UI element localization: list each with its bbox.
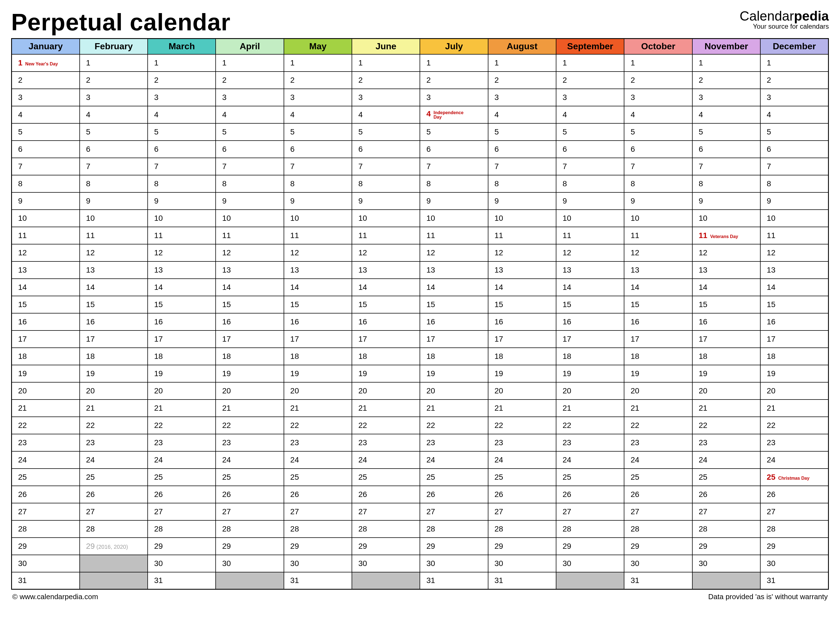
day-cell: 25: [556, 468, 624, 486]
day-number: 3: [154, 93, 158, 102]
day-cell: 25Christmas Day: [760, 468, 828, 486]
day-number: 15: [699, 300, 707, 309]
day-cell: 16: [352, 313, 420, 331]
day-cell: 11: [80, 227, 148, 244]
day-cell: 19: [488, 365, 556, 382]
day-cell: 22: [216, 417, 284, 434]
day-cell: 23: [284, 434, 352, 451]
day-cell: 4: [556, 106, 624, 123]
day-cell: 16: [692, 313, 760, 331]
day-number: 18: [426, 352, 435, 361]
day-cell: 7: [148, 158, 216, 175]
day-number: 22: [562, 421, 571, 430]
day-number: 18: [290, 352, 299, 361]
month-header-september: September: [556, 39, 624, 54]
day-cell: 23: [148, 434, 216, 451]
day-number: 9: [290, 197, 295, 205]
day-cell: 29: [12, 537, 80, 555]
brand-bold: pedia: [794, 9, 829, 24]
day-cell: 23: [556, 434, 624, 451]
day-cell: 21: [556, 400, 624, 417]
day-number: 5: [18, 128, 22, 136]
day-number: 29: [426, 542, 435, 551]
day-cell: 10: [216, 210, 284, 227]
day-cell: 11: [624, 227, 692, 244]
day-cell: 1: [692, 54, 760, 72]
day-number: 24: [154, 455, 163, 464]
day-cell: 24: [760, 451, 828, 468]
day-number: 17: [426, 335, 435, 344]
day-cell: 29: [488, 537, 556, 555]
day-number: 14: [494, 283, 503, 292]
day-number: 27: [699, 507, 707, 516]
day-number: 18: [767, 352, 775, 361]
header: Perpetual calendar Calendarpedia Your so…: [11, 8, 829, 36]
day-row: 555555555555: [12, 123, 829, 140]
day-number: 6: [562, 145, 567, 154]
day-row: 252525252525252525252525Christmas Day: [12, 468, 829, 486]
day-cell: 11Veterans Day: [692, 227, 760, 244]
day-cell: 5: [624, 123, 692, 140]
day-number: 18: [18, 352, 27, 361]
day-cell: [556, 572, 624, 589]
day-cell: 21: [352, 400, 420, 417]
day-number: 3: [494, 93, 499, 102]
day-cell: 5: [12, 123, 80, 140]
day-number: 8: [222, 179, 226, 188]
day-number: 16: [426, 317, 435, 326]
day-number: 26: [767, 490, 775, 499]
day-number: 9: [222, 197, 226, 205]
day-number: 8: [18, 179, 22, 188]
day-number: 7: [426, 162, 431, 171]
day-cell: 1: [216, 54, 284, 72]
day-cell: 31: [420, 572, 488, 589]
day-number: 21: [86, 404, 95, 413]
day-cell: 7: [556, 158, 624, 175]
day-number: 2: [426, 76, 431, 85]
day-cell: 31: [488, 572, 556, 589]
day-cell: 26: [284, 486, 352, 503]
day-cell: 17: [624, 331, 692, 348]
day-cell: 25: [284, 468, 352, 486]
day-number: 12: [426, 248, 435, 257]
day-cell: 12: [12, 244, 80, 262]
day-cell: 30: [12, 555, 80, 572]
day-cell: 14: [148, 279, 216, 296]
day-cell: 17: [420, 331, 488, 348]
day-number: 16: [767, 317, 775, 326]
day-cell: 11: [556, 227, 624, 244]
day-cell: 22: [80, 417, 148, 434]
day-number: 11: [290, 231, 299, 240]
day-number: 4: [562, 110, 567, 119]
day-number: 19: [154, 369, 163, 378]
day-number: 10: [18, 214, 27, 223]
day-number: 3: [86, 93, 90, 102]
day-cell: 20: [760, 382, 828, 400]
day-cell: 27: [80, 503, 148, 520]
day-row: 171717171717171717171717: [12, 331, 829, 348]
day-cell: 12: [284, 244, 352, 262]
day-cell: 3: [148, 89, 216, 106]
day-cell: 12: [488, 244, 556, 262]
day-cell: 16: [80, 313, 148, 331]
day-row: 181818181818181818181818: [12, 348, 829, 365]
day-cell: 27: [692, 503, 760, 520]
day-number: 21: [699, 404, 707, 413]
day-cell: 9: [80, 192, 148, 210]
day-number: 30: [494, 559, 503, 568]
day-cell: 5: [692, 123, 760, 140]
day-number: 25: [86, 473, 95, 482]
holiday-label: Christmas Day: [778, 476, 809, 481]
day-row: 333333333333: [12, 89, 829, 106]
day-number: 1: [630, 58, 635, 68]
day-number: 5: [767, 128, 771, 136]
day-number: 26: [86, 490, 95, 499]
day-number: 15: [630, 300, 639, 309]
day-number: 14: [222, 283, 231, 292]
day-number: 28: [426, 525, 435, 533]
day-cell: 2: [216, 72, 284, 89]
day-cell: 22: [488, 417, 556, 434]
day-number: 1: [154, 58, 158, 68]
day-number: 28: [699, 525, 707, 533]
day-number: 1: [86, 58, 90, 68]
